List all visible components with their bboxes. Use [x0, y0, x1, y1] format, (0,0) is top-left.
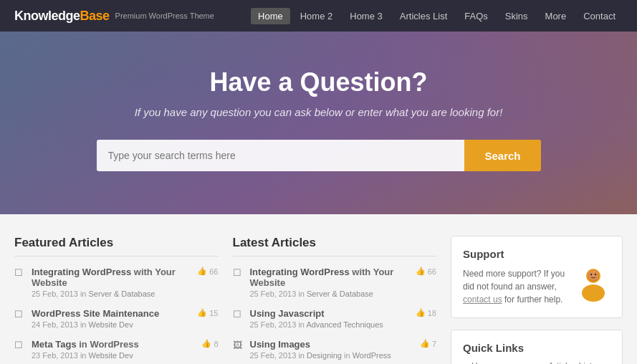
svg-point-4 — [590, 274, 592, 275]
logo: KnowledgeBase Premium WordPress Theme — [14, 9, 214, 24]
quick-link-label: Home — [471, 361, 494, 364]
svg-point-3 — [588, 270, 598, 280]
article-title: Meta Tags in WordPress — [32, 339, 139, 350]
article-icon: 🖼 — [233, 340, 244, 351]
support-text: Need more support? If you did not found … — [463, 267, 569, 306]
support-inner: Need more support? If you did not found … — [463, 267, 610, 306]
nav-skins[interactable]: Skins — [498, 8, 535, 24]
article-votes: 👍 8 — [201, 339, 218, 348]
sidebar: Support Need more support? If you did no… — [451, 236, 623, 364]
thumbs-up-icon: 👍 — [420, 339, 430, 348]
nav-articles-list[interactable]: Articles List — [393, 8, 454, 24]
article-category-link[interactable]: Advanced Techniques — [306, 320, 383, 329]
contact-link[interactable]: contact us — [463, 294, 502, 305]
nav-home[interactable]: Home — [251, 8, 290, 24]
nav-faqs[interactable]: FAQs — [457, 8, 495, 24]
article-icon: ☐ — [233, 267, 244, 279]
article-title: WordPress Site Maintenance — [32, 308, 159, 319]
quick-links-title: Quick Links — [463, 342, 610, 354]
article-category-link[interactable]: Server & Database — [307, 289, 373, 298]
article-title: Using Javascript — [250, 308, 383, 319]
logo-knowledge: Knowledge — [14, 9, 80, 23]
hero-section: Have a Question? If you have any questio… — [0, 32, 637, 214]
article-link[interactable]: Using Javascript — [250, 308, 325, 319]
nav-home3[interactable]: Home 3 — [343, 8, 390, 24]
list-item: 🖼 Using Images 25 Feb, 2013 in Designing… — [233, 339, 437, 360]
article-icon: ☐ — [14, 309, 26, 320]
list-item: ☐ Integrating WordPress with Your Websit… — [233, 267, 437, 298]
article-meta: 25 Feb, 2013 in Server & Database — [32, 289, 197, 298]
list-item: ☐ WordPress Site Maintenance 24 Feb, 201… — [14, 308, 219, 329]
list-item: ☐ Using Javascript 25 Feb, 2013 in Advan… — [233, 308, 437, 329]
featured-articles-col: Featured Articles ☐ Integrating WordPres… — [14, 236, 219, 364]
svg-point-5 — [595, 274, 596, 275]
nav-home2[interactable]: Home 2 — [293, 8, 340, 24]
quick-link-home[interactable]: ▶ Home — [463, 361, 534, 364]
article-meta: 25 Feb, 2013 in Designing in WordPress — [250, 351, 391, 360]
article-title: Integrating WordPress with Your Website — [32, 267, 197, 288]
thumbs-up-icon: 👍 — [201, 339, 211, 348]
nav-contact[interactable]: Contact — [576, 8, 623, 24]
article-category-link[interactable]: Server & Database — [89, 289, 155, 298]
article-icon: ☐ — [14, 340, 26, 351]
quick-link-label: Articles List — [548, 361, 592, 364]
quick-links-box: Quick Links ▶ Home ▶ Articles List ▶ FAQ… — [451, 330, 623, 364]
latest-articles-col: Latest Articles ☐ Integrating WordPress … — [233, 236, 437, 364]
latest-title: Latest Articles — [233, 236, 437, 257]
article-category-link[interactable]: Website Dev — [89, 320, 133, 329]
article-meta: 24 Feb, 2013 in Website Dev — [32, 320, 159, 329]
article-link[interactable]: Integrating WordPress with Your Website — [32, 267, 176, 288]
thumbs-up-icon: 👍 — [197, 267, 207, 276]
svg-point-1 — [582, 284, 605, 302]
quick-link-articles[interactable]: ▶ Articles List — [540, 361, 610, 364]
article-votes: 👍 7 — [420, 339, 436, 348]
article-category-link2[interactable]: WordPress — [353, 351, 391, 360]
hero-subtitle: If you have any question you can ask bel… — [14, 106, 623, 118]
article-title: Using Images — [250, 339, 391, 350]
support-title: Support — [463, 248, 610, 260]
thumbs-up-icon: 👍 — [416, 308, 426, 317]
thumbs-up-icon: 👍 — [197, 308, 207, 317]
article-category-link[interactable]: Designing — [307, 351, 342, 360]
article-icon: ☐ — [14, 267, 26, 279]
hero-title: Have a Question? — [14, 67, 623, 97]
article-meta: 25 Feb, 2013 in Server & Database — [250, 289, 416, 298]
thumbs-up-icon: 👍 — [416, 267, 426, 276]
article-votes: 👍 18 — [416, 308, 436, 317]
article-link[interactable]: Using Images — [250, 339, 311, 350]
article-meta: 25 Feb, 2013 in Advanced Techniques — [250, 320, 383, 329]
article-link[interactable]: Integrating WordPress with Your Website — [250, 267, 394, 288]
search-bar: Search — [97, 140, 541, 171]
logo-subtitle: Premium WordPress Theme — [115, 11, 214, 20]
article-votes: 👍 15 — [197, 308, 218, 317]
logo-text: KnowledgeBase — [14, 9, 110, 24]
nav-more[interactable]: More — [538, 8, 574, 24]
featured-title: Featured Articles — [14, 236, 219, 257]
quick-links-grid: ▶ Home ▶ Articles List ▶ FAQs ▶ Contact — [463, 361, 610, 364]
article-category-link[interactable]: Website Dev — [89, 351, 133, 360]
article-icon: ☐ — [233, 309, 244, 320]
article-title: Integrating WordPress with Your Website — [250, 267, 416, 288]
article-link[interactable]: WordPress Site Maintenance — [32, 308, 159, 319]
article-meta: 23 Feb, 2013 in Website Dev — [32, 351, 139, 360]
search-input[interactable] — [97, 140, 465, 171]
support-box: Support Need more support? If you did no… — [451, 236, 623, 318]
article-link[interactable]: Meta Tags in WordPress — [32, 339, 139, 350]
header: KnowledgeBase Premium WordPress Theme Ho… — [0, 0, 637, 32]
main-nav: Home Home 2 Home 3 Articles List FAQs Sk… — [251, 8, 623, 24]
avatar — [576, 267, 610, 302]
list-item: ☐ Meta Tags in WordPress 23 Feb, 2013 in… — [14, 339, 219, 360]
search-button[interactable]: Search — [464, 140, 540, 171]
main-content: Featured Articles ☐ Integrating WordPres… — [0, 214, 637, 364]
article-votes: 👍 66 — [197, 267, 218, 276]
list-item: ☐ Integrating WordPress with Your Websit… — [14, 267, 219, 298]
logo-base: Base — [80, 9, 110, 23]
article-votes: 👍 66 — [416, 267, 436, 276]
